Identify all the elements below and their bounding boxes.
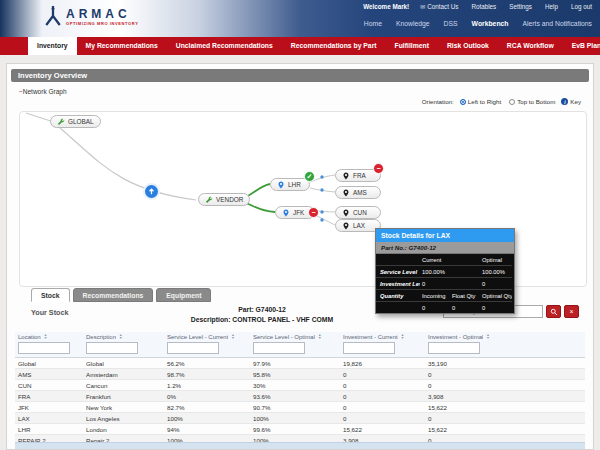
tooltip-qty-value: 0 bbox=[450, 302, 480, 313]
stock-table: Location ▲▼ Description ▲▼ bbox=[15, 332, 585, 443]
top-nav-link[interactable]: Alerts and Notifications bbox=[522, 20, 592, 27]
envelope-icon: ✉ bbox=[420, 3, 425, 10]
stock-table-body: GlobalGlobal56.2%97.9%19,82635,190AMSAms… bbox=[15, 358, 585, 444]
table-row[interactable]: LAXLos Angeles100%100%00 bbox=[15, 413, 585, 424]
sort-icon[interactable]: ▲▼ bbox=[486, 334, 489, 340]
orientation-radio[interactable]: Left to Right bbox=[460, 98, 501, 105]
radio-label: Top to Bottom bbox=[517, 98, 555, 105]
table-cell: Frankfurt bbox=[83, 391, 164, 402]
table-cell: 15,622 bbox=[425, 424, 585, 435]
search-button[interactable] bbox=[546, 305, 561, 318]
column-label: Investment - Optimal bbox=[428, 334, 483, 340]
table-cell: Amsterdam bbox=[83, 369, 164, 380]
table-cell: Global bbox=[83, 358, 164, 369]
table-row[interactable]: AMSAmsterdam98.7%95.8%00 bbox=[15, 369, 585, 380]
top-utility-link[interactable]: ✉ Contact Us bbox=[420, 3, 458, 10]
node-label: GLOBAL bbox=[68, 118, 94, 125]
tooltip-col-optimal: Optimal bbox=[480, 254, 512, 266]
top-utility-link[interactable]: Welcome Mark! bbox=[361, 3, 409, 10]
top-nav-link[interactable]: DSS bbox=[444, 20, 458, 27]
table-column-header[interactable]: Investment - Current ▲▼ bbox=[340, 332, 425, 358]
column-filter-input[interactable] bbox=[18, 342, 70, 354]
table-column-header[interactable]: Investment - Optimal ▲▼ bbox=[425, 332, 585, 358]
top-utility-link[interactable]: Help bbox=[543, 3, 558, 10]
module-nav-tab[interactable]: EvB Planning Board bbox=[563, 37, 600, 55]
tooltip-col-current: Current bbox=[420, 254, 450, 266]
stock-table-header-row: Location ▲▼ Description ▲▼ bbox=[15, 332, 585, 358]
part-description: Description: CONTROL PANEL - VHF COMM bbox=[137, 315, 387, 325]
column-filter-input[interactable] bbox=[428, 342, 480, 354]
transfer-hub-node[interactable] bbox=[143, 183, 160, 200]
inventory-panel: Inventory Overview −Network Graph Orient… bbox=[6, 63, 594, 450]
top-utility-link[interactable]: Rotables bbox=[469, 3, 496, 10]
top-utility-link[interactable]: Settings bbox=[507, 3, 532, 10]
top-link-label: Help bbox=[545, 3, 558, 10]
top-nav-link[interactable]: Knowledge bbox=[396, 20, 430, 27]
module-nav-tab[interactable]: My Recommendations bbox=[77, 37, 167, 55]
sort-icon[interactable]: ▲▼ bbox=[401, 334, 404, 340]
graph-node-cun[interactable]: CUN bbox=[335, 206, 381, 219]
tooltip-qty-header: Incoming bbox=[420, 290, 450, 302]
table-cell: CUN bbox=[15, 380, 83, 391]
table-cell: AMS bbox=[15, 369, 83, 380]
orientation-radio[interactable]: Top to Bottom bbox=[509, 98, 555, 105]
part-number: Part: G7400-12 bbox=[137, 305, 387, 315]
location-pin-icon bbox=[277, 181, 285, 189]
table-row[interactable]: CUNCancun1.2%30%00 bbox=[15, 380, 585, 391]
node-label: VENDOR bbox=[216, 196, 243, 203]
top-nav-link[interactable]: Workbench bbox=[472, 20, 509, 27]
table-cell: 95.8% bbox=[250, 369, 340, 380]
stock-table-wrap[interactable]: Location ▲▼ Description ▲▼ bbox=[15, 332, 585, 443]
detail-tab[interactable]: Equipment bbox=[156, 288, 211, 302]
detail-tab[interactable]: Stock bbox=[31, 288, 70, 302]
table-cell: London bbox=[83, 424, 164, 435]
sort-icon[interactable]: ▲▼ bbox=[231, 334, 234, 340]
table-row[interactable]: GlobalGlobal56.2%97.9%19,82635,190 bbox=[15, 358, 585, 369]
table-column-header[interactable]: Service Level - Optimal ▲▼ bbox=[250, 332, 340, 358]
info-icon: i bbox=[561, 98, 568, 105]
network-graph-collapse-link[interactable]: −Network Graph bbox=[19, 88, 67, 95]
module-nav-tab[interactable]: Risk Outlook bbox=[438, 37, 498, 55]
panel-title: Inventory Overview bbox=[11, 69, 589, 82]
sort-icon[interactable]: ▲▼ bbox=[318, 334, 321, 340]
table-row[interactable]: FRAFrankfurt0%93.6%03,908 bbox=[15, 391, 585, 402]
table-column-header[interactable]: Service Level - Current ▲▼ bbox=[164, 332, 250, 358]
key-toggle[interactable]: i Key bbox=[561, 98, 581, 105]
tooltip-qty-header: Optimal Qty bbox=[480, 290, 512, 302]
table-column-header[interactable]: Location ▲▼ bbox=[15, 332, 83, 358]
graph-node-vendor[interactable]: VENDOR bbox=[198, 193, 250, 206]
node-label: AMS bbox=[353, 189, 367, 196]
detail-tab[interactable]: Recommendations bbox=[73, 288, 154, 302]
location-pin-icon bbox=[342, 209, 350, 217]
node-label: FRA bbox=[353, 172, 366, 179]
column-filter-input[interactable] bbox=[167, 342, 219, 354]
sort-icon[interactable]: ▲▼ bbox=[44, 334, 47, 340]
node-label: LAX bbox=[353, 222, 365, 229]
graph-node-lhr[interactable]: LHR bbox=[270, 178, 310, 191]
module-nav-tab[interactable]: Inventory bbox=[28, 37, 77, 55]
column-filter-input[interactable] bbox=[253, 342, 305, 354]
table-row[interactable]: LHRLondon94%99.6%15,62215,622 bbox=[15, 424, 585, 435]
table-cell: 35,190 bbox=[425, 358, 585, 369]
location-pin-icon bbox=[342, 172, 350, 180]
module-nav-tab[interactable]: RCA Workflow bbox=[498, 37, 563, 55]
sort-icon[interactable]: ▲▼ bbox=[119, 334, 122, 340]
module-nav-tab[interactable]: Recommendations by Part bbox=[282, 37, 386, 55]
table-row[interactable]: JFKNew York82.7%90.7%015,622 bbox=[15, 402, 585, 413]
table-footer-bar bbox=[15, 442, 585, 449]
armac-logo[interactable]: ARMAC OPTIMIZING MRO INVENTORY bbox=[44, 4, 138, 28]
graph-node-ams[interactable]: AMS bbox=[335, 186, 381, 199]
module-nav-tab[interactable]: Fulfillment bbox=[386, 37, 438, 55]
table-cell: 56.2% bbox=[164, 358, 250, 369]
graph-node-global[interactable]: GLOBAL bbox=[50, 115, 101, 128]
table-cell: LHR bbox=[15, 424, 83, 435]
top-nav-link[interactable]: Home bbox=[364, 20, 382, 27]
clear-search-button[interactable]: × bbox=[564, 305, 579, 318]
table-column-header[interactable]: Description ▲▼ bbox=[83, 332, 164, 358]
column-filter-input[interactable] bbox=[86, 342, 138, 354]
module-nav-tab[interactable]: Unclaimed Recommendations bbox=[167, 37, 282, 55]
tooltip-body: Current Optimal Service Level 100.00% 10… bbox=[376, 254, 514, 313]
top-utility-link[interactable]: Log out bbox=[569, 3, 592, 10]
column-filter-input[interactable] bbox=[343, 342, 395, 354]
minus-badge-icon: − bbox=[373, 163, 384, 174]
